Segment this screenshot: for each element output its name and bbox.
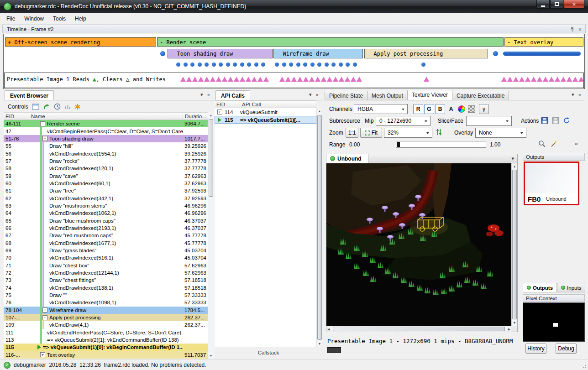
event-row[interactable]: 75Draw ""57.33333 (4, 292, 208, 299)
timeline-draw-dot[interactable] (233, 63, 237, 67)
viewport-hscrollbar[interactable]: ◀ ▶ (326, 326, 511, 332)
tab-pipeline-state[interactable]: Pipeline State (325, 91, 368, 100)
close-icon[interactable]: × (578, 26, 582, 33)
panel-menu-icon[interactable]: ▾ (200, 92, 203, 98)
scroll-down-icon[interactable]: ▼ (512, 320, 517, 326)
event-row[interactable]: 67Draw "red mushroom caps"45.77778 (4, 232, 208, 239)
timeline-draw-circle[interactable] (493, 51, 498, 56)
api-call-row[interactable]: 115=> vkQueueSubmit(1)[... (215, 116, 316, 124)
bookmark-icon[interactable] (74, 104, 81, 110)
panel-menu-icon[interactable]: ▾ (309, 92, 312, 98)
timeline-marker-wireframe-draw[interactable]: - Wireframe draw (273, 49, 363, 58)
event-row[interactable]: 111vkCmdEndRenderPass(C=Store, D=Store, … (4, 329, 208, 336)
timeline-draw-dot[interactable] (353, 63, 357, 67)
event-row[interactable]: 78-104+Wireframe draw1784.5... (4, 307, 208, 314)
timeline-draw-dot[interactable] (190, 63, 194, 67)
scroll-up-icon[interactable]: ▲ (208, 112, 214, 118)
event-row[interactable]: 58vkCmdDrawIndexed(120,1)37.77778 (4, 165, 208, 172)
zoom-fit-button[interactable]: Fit (360, 128, 382, 138)
scrollbar-thumb[interactable] (317, 115, 322, 340)
event-row[interactable]: 55Draw "hill"39.25926 (4, 142, 208, 150)
close-icon[interactable]: × (207, 92, 210, 98)
overlay-dropdown[interactable]: None (475, 128, 526, 138)
close-icon[interactable]: × (316, 92, 319, 98)
event-row[interactable]: 64vkCmdDrawIndexed(1062,1)46.96296 (4, 209, 208, 217)
texture-image[interactable] (326, 163, 512, 327)
event-row[interactable]: 116-...+Text overlay511.7037 (4, 351, 208, 359)
timeline-draw-dot[interactable] (212, 63, 216, 67)
scrollbar-thumb[interactable] (209, 119, 213, 197)
scroll-up-icon[interactable]: ▲ (512, 163, 517, 169)
color-wheel-icon[interactable] (458, 105, 465, 113)
scroll-right-icon[interactable]: ▶ (508, 326, 510, 332)
event-row[interactable]: 109vkCmdDraw(4,1)262.37... (4, 321, 208, 328)
select-columns-icon[interactable] (32, 104, 39, 110)
timeline-draw-dot[interactable] (317, 63, 321, 67)
panel-menu-icon[interactable]: ▾ (572, 92, 574, 98)
event-row[interactable]: 113=> vkQueueSubmit(2)[1]: vkEndCommandB… (4, 336, 208, 344)
timeline-draw-dot[interactable] (282, 63, 286, 67)
event-row[interactable]: 76vkCmdDrawIndexed(1098,1)57.33333 (4, 299, 208, 306)
range-max-value[interactable]: 1.00 (490, 141, 500, 148)
event-row[interactable]: 115=> vkQueueSubmit(1)[0]: vkBeginComman… (4, 344, 208, 351)
close-button[interactable]: × (564, 0, 584, 9)
menu-item-help[interactable]: Help (70, 14, 91, 24)
menu-item-tools[interactable]: Tools (48, 14, 70, 24)
timeline-draw-bar[interactable] (503, 52, 581, 56)
event-row[interactable]: 57Draw "rocks"37.77778 (4, 157, 208, 165)
magnifier-icon[interactable] (538, 140, 546, 150)
mip-dropdown[interactable]: 0 - 1272x690 (376, 116, 430, 126)
event-row[interactable]: 71Draw "chest box"57.62963 (4, 262, 208, 269)
timeline-draw-dot[interactable] (184, 63, 188, 67)
event-browser-scrollbar[interactable]: ▲ ▼ (208, 112, 214, 359)
event-browser-column-header[interactable]: EID Name Duratio... (4, 112, 208, 120)
channel-green-button[interactable]: G (424, 104, 434, 114)
timeline-draw-dot[interactable] (325, 63, 329, 67)
timeline-marker-apply-post-processing[interactable]: - Apply post processing (364, 49, 488, 58)
timeline-draw-dot[interactable] (240, 63, 244, 67)
menu-item-file[interactable]: File (2, 14, 20, 24)
timeline-draw-dot[interactable] (289, 63, 293, 67)
channels-dropdown[interactable]: RGBA (354, 104, 408, 114)
timeline-draw-dot[interactable] (346, 63, 350, 67)
timeline-draw-dot[interactable] (219, 63, 223, 67)
timeline-draw-dot[interactable] (275, 63, 279, 67)
fb0-thumbnail[interactable]: FB0 Unbound (524, 162, 579, 205)
save-texture-icon[interactable] (541, 117, 548, 126)
flip-y-icon[interactable] (436, 128, 442, 138)
event-row[interactable]: 69Draw "grass blades"45.03704 (4, 247, 208, 254)
show-times-icon[interactable] (54, 103, 61, 110)
timeline-draw-dot[interactable] (226, 63, 230, 67)
tabstrip-menu-icon[interactable]: ▾ (511, 154, 517, 163)
viewport-vscrollbar[interactable]: ▲ ▼ (511, 163, 517, 326)
texture-viewport[interactable]: ▲ ▼ ◀ ▶ (326, 163, 518, 332)
scroll-up-icon[interactable]: ▲ (317, 108, 322, 114)
maximize-button[interactable] (550, 0, 563, 9)
export-texture-icon[interactable] (552, 117, 559, 126)
expand-icon[interactable]: + (42, 307, 47, 313)
tab-outputs[interactable]: Outputs (523, 283, 557, 292)
goto-eid-icon[interactable] (43, 104, 50, 109)
timeline-draw-dot[interactable] (331, 63, 336, 67)
event-row[interactable]: 66vkCmdDrawIndexed(2193,1)46.37037 (4, 224, 208, 232)
checkerboard-icon[interactable] (468, 105, 475, 113)
event-row[interactable]: 60vkCmdDrawIndexed(60,1)37.62963 (4, 180, 208, 187)
range-slider[interactable] (396, 141, 486, 148)
scroll-left-icon[interactable]: ◀ (327, 326, 330, 332)
zoom-percent-combo[interactable]: 32% (384, 128, 432, 138)
timeline-draw-dot[interactable] (254, 63, 258, 67)
timeline-draw-dot[interactable] (261, 63, 265, 67)
tab-texture-viewer[interactable]: Texture Viewer (407, 90, 452, 100)
stats-icon[interactable] (64, 104, 71, 109)
timeline-draw-dot[interactable] (303, 63, 307, 67)
gamma-button[interactable]: γ (479, 104, 489, 114)
tab-event-browser[interactable]: Event Browser (5, 90, 54, 100)
event-row[interactable]: 68vkCmdDrawIndexed(1677,1)45.77778 (4, 240, 208, 247)
timeline-draw-dot[interactable] (198, 63, 202, 67)
channel-blue-button[interactable]: B (435, 104, 445, 114)
timeline-draw-dot[interactable] (296, 63, 300, 67)
timeline-draw-dot[interactable] (339, 63, 343, 67)
event-row[interactable]: 61Draw "tree"37.92593 (4, 187, 208, 194)
timeline-marker-render-scene[interactable]: - Render scene (157, 37, 504, 47)
event-row[interactable]: 59Draw "cave"37.62963 (4, 172, 208, 179)
